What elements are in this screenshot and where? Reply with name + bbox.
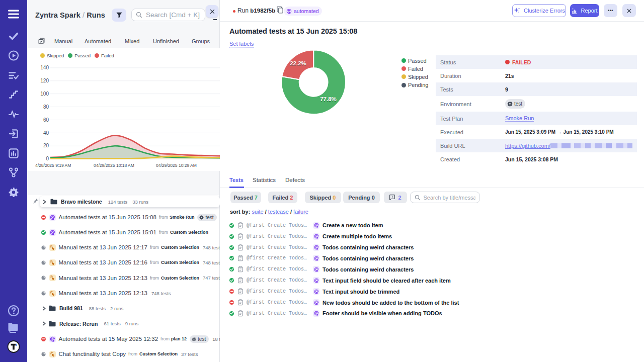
svg-text:22.2%: 22.2% [290, 60, 306, 66]
svg-text:77.8%: 77.8% [320, 96, 337, 102]
